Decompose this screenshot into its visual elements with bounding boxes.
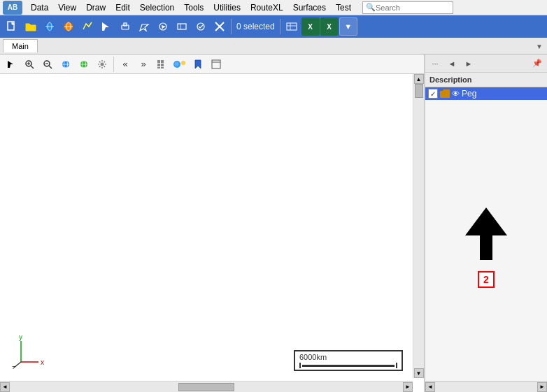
canvas-content[interactable]: y x z 6000km ▲ xyxy=(0,74,424,392)
tab-dropdown[interactable]: ▼ xyxy=(536,41,547,51)
svg-marker-21 xyxy=(8,61,13,68)
scroll-track-horizontal[interactable] xyxy=(10,382,403,392)
svg-rect-41 xyxy=(161,67,164,68)
panel-scrollbar-horizontal[interactable]: ◄ ► xyxy=(425,381,547,392)
menu-utilities[interactable]: Utilities xyxy=(209,1,245,14)
orange-globe-button[interactable] xyxy=(59,17,78,36)
canvas-scrollbar-horizontal[interactable]: ◄ ► xyxy=(0,381,413,392)
select-arrow-button[interactable] xyxy=(3,56,20,73)
svg-rect-39 xyxy=(161,64,164,66)
new-file-button[interactable] xyxy=(3,17,21,36)
panel-scroll-right-button[interactable]: ► xyxy=(537,382,547,392)
delete-button[interactable] xyxy=(211,17,229,36)
panel-more-button[interactable]: ··· xyxy=(428,57,442,71)
table-button[interactable] xyxy=(283,17,301,36)
select2-button[interactable] xyxy=(154,17,172,36)
right-panel: ··· ◄ ► 📌 Description ✓ 👁 Peg xyxy=(425,55,547,392)
svg-point-44 xyxy=(181,61,185,65)
menu-data[interactable]: Data xyxy=(27,1,52,14)
zoom-in-button[interactable] xyxy=(21,56,38,73)
panel-scroll-left-button[interactable]: ◄ xyxy=(425,382,435,392)
layer-checkbox[interactable]: ✓ xyxy=(428,89,438,99)
panel-scroll-track[interactable] xyxy=(435,382,537,392)
full-globe-button[interactable] xyxy=(57,56,74,73)
scroll-thumb-vertical[interactable] xyxy=(415,84,423,98)
menu-tools[interactable]: Tools xyxy=(180,1,208,14)
menu-edit[interactable]: Edit xyxy=(111,1,134,14)
panel-description-header: Description xyxy=(425,73,547,87)
svg-marker-7 xyxy=(102,22,109,31)
svg-marker-10 xyxy=(140,24,148,31)
open-folder-button[interactable] xyxy=(22,17,40,36)
tab-main[interactable]: Main xyxy=(3,39,38,52)
main-toolbar: 0 selected X X ▼ xyxy=(0,15,547,38)
layer-folder-icon xyxy=(440,89,450,98)
menubar: AB Data View Draw Edit Selection Tools U… xyxy=(0,0,547,15)
svg-point-35 xyxy=(101,62,104,66)
app-icon: AB xyxy=(3,1,22,15)
main-layout: « » y x xyxy=(0,55,547,392)
up-arrow-annotation xyxy=(465,208,507,260)
search-box[interactable]: 🔍 xyxy=(362,1,453,14)
menu-routexl[interactable]: RouteXL xyxy=(246,1,287,14)
menu-test[interactable]: Test xyxy=(332,1,355,14)
zoom-out-button[interactable] xyxy=(39,56,56,73)
svg-marker-45 xyxy=(195,60,201,68)
scroll-up-button[interactable]: ▲ xyxy=(414,74,424,84)
arrow-head xyxy=(465,208,507,235)
svg-rect-46 xyxy=(212,60,220,68)
layer-row[interactable]: ✓ 👁 Peg xyxy=(425,87,547,100)
scroll-left-button[interactable]: ◄ xyxy=(0,382,10,392)
menu-surfaces[interactable]: Surfaces xyxy=(289,1,330,14)
panel-prev-button[interactable]: ◄ xyxy=(445,57,459,71)
search-icon: 🔍 xyxy=(366,3,376,12)
route-button[interactable] xyxy=(78,17,97,36)
scale-bar: 6000km xyxy=(294,350,403,371)
globe-button[interactable] xyxy=(41,17,59,36)
scroll-thumb-horizontal[interactable] xyxy=(178,383,234,391)
svg-text:y: y xyxy=(19,334,22,341)
tabbar: Main ▼ xyxy=(0,38,547,55)
selected-count: 0 selected xyxy=(234,22,278,31)
svg-point-43 xyxy=(175,61,179,66)
export-dropdown-button[interactable]: ▼ xyxy=(339,17,357,36)
pointer-button[interactable] xyxy=(116,17,134,36)
tab-arrow-icon[interactable]: ▼ xyxy=(536,43,543,50)
color-globe-button[interactable] xyxy=(76,56,92,73)
scroll-down-button[interactable]: ▼ xyxy=(414,368,424,378)
view-toolbar: « » xyxy=(0,55,424,74)
chevron-left-double-button[interactable]: « xyxy=(117,56,134,73)
svg-rect-18 xyxy=(287,23,297,30)
arrow-tool-button[interactable] xyxy=(97,17,115,36)
bookmark-button[interactable] xyxy=(190,56,206,73)
annotation-area: 2 xyxy=(425,100,547,381)
panel-next-button[interactable]: ► xyxy=(462,57,476,71)
excel-button[interactable]: X xyxy=(301,17,320,36)
select3-button[interactable] xyxy=(173,17,191,36)
select-button[interactable] xyxy=(135,17,153,36)
svg-text:x: x xyxy=(41,358,44,366)
svg-rect-38 xyxy=(157,64,160,66)
panel-pin-button[interactable]: 📌 xyxy=(530,57,544,71)
starmap-button[interactable] xyxy=(171,56,188,73)
settings-gear-button[interactable] xyxy=(94,56,111,73)
excel2-button[interactable]: X xyxy=(320,17,339,36)
window-button[interactable] xyxy=(208,56,225,73)
grid-button[interactable] xyxy=(153,56,170,73)
scroll-right-button[interactable]: ► xyxy=(403,382,413,392)
menu-view[interactable]: View xyxy=(54,1,80,14)
arrow-body xyxy=(480,235,492,260)
number-badge: 2 xyxy=(478,271,495,288)
canvas-area: « » y x xyxy=(0,55,425,392)
svg-rect-40 xyxy=(157,67,160,68)
menu-selection[interactable]: Selection xyxy=(136,1,178,14)
svg-rect-36 xyxy=(157,60,160,63)
svg-rect-9 xyxy=(124,23,127,26)
select4-button[interactable] xyxy=(192,17,210,36)
canvas-scrollbar-vertical[interactable]: ▲ ▼ xyxy=(413,74,424,378)
toolbar-separator-2 xyxy=(280,19,280,34)
menu-draw[interactable]: Draw xyxy=(82,1,110,14)
scroll-track-vertical[interactable] xyxy=(414,84,424,368)
search-input[interactable] xyxy=(376,3,450,12)
chevron-right-double-button[interactable]: » xyxy=(135,56,152,73)
